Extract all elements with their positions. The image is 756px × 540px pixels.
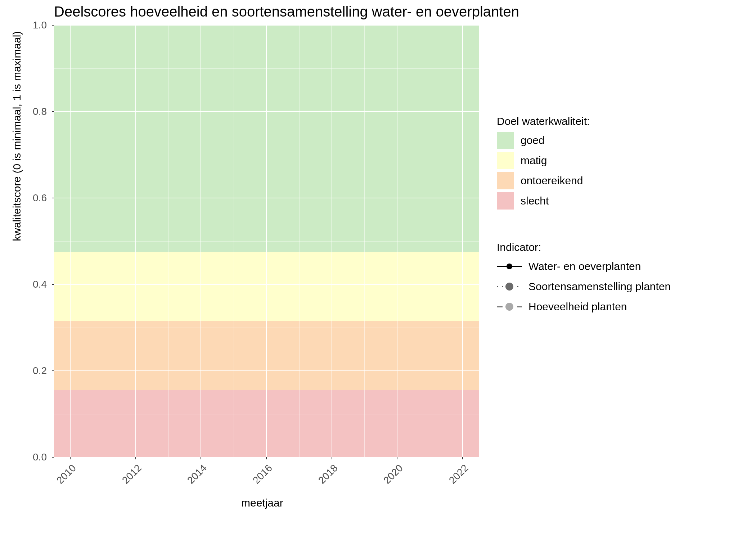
legend-indicator-title: Indicator: [497, 241, 671, 253]
legend-indicator-label: Soortensamenstelling planten [528, 280, 671, 293]
tick-mark-x [201, 457, 201, 459]
tick-mark-x [397, 457, 397, 459]
gridline-v [462, 25, 463, 457]
legend-quality-item: matig [497, 152, 590, 169]
tick-mark-x [70, 457, 71, 459]
legend-indicator-item: Hoeveelheid planten [497, 298, 671, 315]
legend-indicator-item: Soortensamenstelling planten [497, 278, 671, 295]
tick-mark-y [52, 284, 54, 285]
tick-mark-x [462, 457, 463, 459]
gridline-v [397, 25, 397, 457]
tick-mark-y [52, 370, 54, 371]
y-tick-label: 1.0 [0, 19, 47, 31]
gridline-v-minor [430, 25, 430, 457]
y-tick-label: 0.8 [0, 106, 47, 117]
tick-mark-y [52, 25, 54, 26]
legend-quality-label: ontoereikend [521, 175, 583, 187]
svg-point-5 [505, 303, 513, 311]
legend-quality-label: slecht [521, 195, 549, 207]
gridline-v [135, 25, 136, 457]
chart-container: Deelscores hoeveelheid en soortensamenst… [0, 0, 756, 540]
tick-mark-y [52, 457, 54, 458]
y-tick-label: 0.2 [0, 365, 47, 377]
legend-quality-title: Doel waterkwaliteit: [497, 115, 590, 127]
legend-line-swatch [497, 301, 522, 312]
legend-quality-label: goed [521, 134, 545, 147]
gridline-v-minor [364, 25, 365, 457]
legend-quality: Doel waterkwaliteit: goedmatigontoereike… [497, 115, 590, 212]
tick-mark-x [332, 457, 332, 459]
gridline-v-minor [234, 25, 234, 457]
legend-indicator: Indicator: Water- en oeverplantenSoorten… [497, 241, 671, 318]
legend-swatch-goed [497, 132, 514, 149]
plot-area [54, 25, 479, 457]
legend-indicator-label: Hoeveelheid planten [528, 301, 627, 313]
tick-mark-y [52, 111, 54, 112]
legend-swatch-slecht [497, 192, 514, 210]
gridline-v-minor [103, 25, 103, 457]
y-tick-label: 0.4 [0, 279, 47, 290]
tick-mark-y [52, 198, 54, 198]
legend-quality-item: slecht [497, 192, 590, 210]
legend-quality-item: goed [497, 132, 590, 149]
legend-quality-item: ontoereikend [497, 172, 590, 189]
tick-mark-x [135, 457, 136, 459]
chart-title: Deelscores hoeveelheid en soortensamenst… [54, 4, 519, 20]
legend-line-swatch [497, 261, 522, 272]
legend-swatch-ontoereikend [497, 172, 514, 189]
svg-point-3 [505, 283, 513, 291]
y-axis-label: kwaliteitscore (0 is minimaal, 1 is maxi… [11, 31, 23, 241]
legend-indicator-item: Water- en oeverplanten [497, 258, 671, 275]
legend-indicator-label: Water- en oeverplanten [528, 260, 641, 273]
tick-mark-x [266, 457, 267, 459]
y-tick-label: 0.0 [0, 451, 47, 463]
svg-point-1 [507, 264, 512, 269]
gridline-v [70, 25, 71, 457]
y-tick-label: 0.6 [0, 192, 47, 204]
gridline-v-minor [168, 25, 169, 457]
gridline-v-minor [299, 25, 300, 457]
x-axis-label: meetjaar [241, 497, 283, 509]
gridline-v [332, 25, 332, 457]
legend-quality-label: matig [521, 154, 547, 167]
gridline-v [266, 25, 267, 457]
legend-line-swatch [497, 281, 522, 292]
legend-swatch-matig [497, 152, 514, 169]
gridline-v [201, 25, 201, 457]
